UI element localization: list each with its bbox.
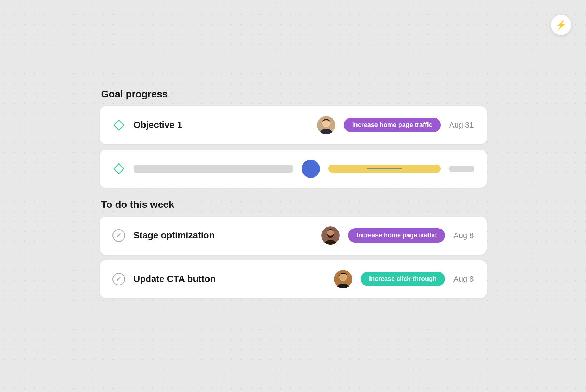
lightning-button[interactable]: ⚡ <box>551 15 571 35</box>
checkmark-2: ✓ <box>116 276 121 282</box>
goal-progress-title: Goal progress <box>100 89 487 100</box>
tag-yellow-dash <box>367 168 402 169</box>
date-blurred-2 <box>449 166 474 172</box>
avatar-asian <box>334 270 352 288</box>
avatar-woman <box>317 116 335 134</box>
tag-objective-2[interactable] <box>328 165 441 173</box>
check-circle-1: ✓ <box>112 229 125 242</box>
task-2-title: Update CTA button <box>134 274 326 284</box>
diamond-icon-2 <box>112 162 125 175</box>
goal-progress-section: Goal progress Objective 1 Increase home … <box>100 89 487 188</box>
main-content: Goal progress Objective 1 Increase home … <box>100 75 487 318</box>
todo-title: To do this week <box>100 199 487 210</box>
checkmark-1: ✓ <box>116 232 121 239</box>
tag-task-2[interactable]: Increase click-through <box>361 272 445 286</box>
objective-2-card[interactable] <box>100 150 487 188</box>
todo-section: To do this week ✓ Stage optimization In <box>100 199 487 298</box>
task-1-title: Stage optimization <box>134 230 313 241</box>
diamond-icon-1 <box>112 119 125 131</box>
tag-objective-1[interactable]: Increase home page traffic <box>344 118 441 132</box>
svg-point-3 <box>323 120 329 126</box>
task-1-card[interactable]: ✓ Stage optimization Increase home page … <box>100 217 487 255</box>
task-2-card[interactable]: ✓ Update CTA button Increase click-throu… <box>100 260 487 298</box>
avatar-blue-circle <box>302 160 320 178</box>
check-circle-2: ✓ <box>112 273 125 285</box>
date-objective-1: Aug 31 <box>449 121 474 130</box>
blurred-title-2 <box>134 165 293 173</box>
objective-1-card[interactable]: Objective 1 Increase home page traffic A… <box>100 106 487 144</box>
date-task-2: Aug 8 <box>453 275 474 284</box>
tag-task-1[interactable]: Increase home page traffic <box>348 228 445 243</box>
lightning-icon: ⚡ <box>556 20 566 30</box>
svg-point-11 <box>340 274 346 280</box>
date-task-1: Aug 8 <box>453 231 474 240</box>
objective-1-title: Objective 1 <box>134 120 309 130</box>
avatar-man <box>321 226 340 245</box>
